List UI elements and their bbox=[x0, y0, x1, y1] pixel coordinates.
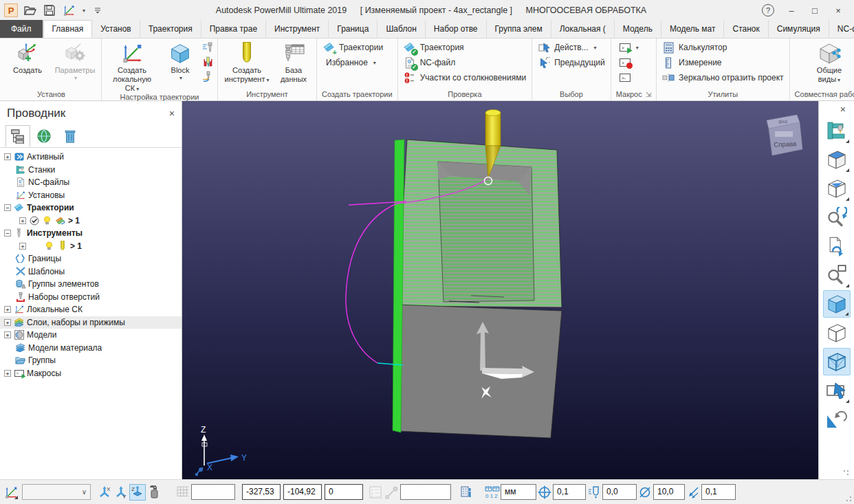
shared-views-button[interactable]: Общие виды▾ bbox=[807, 40, 852, 84]
expand-icon[interactable]: + bbox=[19, 243, 26, 250]
toolbar-resize-grip[interactable] bbox=[843, 470, 850, 476]
collapse-icon[interactable]: − bbox=[4, 204, 11, 211]
coord-y-field[interactable]: -104,92 bbox=[283, 484, 322, 500]
tab-simulation[interactable]: Симуляция bbox=[769, 20, 829, 38]
setup-params-button[interactable]: Параметры ▾ bbox=[52, 40, 98, 81]
thickness-field[interactable]: 0,0 bbox=[602, 484, 637, 500]
leads-links-icon[interactable] bbox=[201, 70, 214, 83]
tree-item-toolpaths[interactable]: − Траектории bbox=[0, 201, 182, 215]
undo-view-button[interactable] bbox=[823, 406, 851, 433]
customize-toolbar-icon[interactable] bbox=[91, 3, 105, 17]
tree-item-hole-sets[interactable]: Наборы отверстий bbox=[0, 291, 182, 304]
tree-item-models[interactable]: + Модели bbox=[0, 329, 182, 342]
tree-item-toolpath-1[interactable]: + > 1 bbox=[0, 215, 182, 228]
select-actions-button[interactable]: Действ... ▾ bbox=[536, 40, 598, 55]
mirror-project-button[interactable]: Зеркально отразить проект bbox=[660, 70, 785, 85]
tree-item-patterns[interactable]: Шаблоны bbox=[0, 265, 182, 278]
shaded-wireframe-view-button[interactable] bbox=[823, 348, 851, 375]
wireframe-view-button[interactable] bbox=[823, 319, 851, 347]
tab-workplane[interactable]: Локальная ( bbox=[551, 20, 615, 38]
measure-button[interactable]: Измерение bbox=[660, 55, 723, 70]
viewcube[interactable]: Справа Вид bbox=[767, 115, 802, 155]
tree-item-macros[interactable]: + > Макросы bbox=[0, 367, 182, 380]
expand-icon[interactable]: + bbox=[19, 217, 26, 224]
toolpaths-strategies-button[interactable]: + Траектории bbox=[320, 40, 385, 55]
tab-model[interactable]: Модель bbox=[615, 20, 661, 38]
tab-toolpath[interactable]: Траектория bbox=[140, 20, 201, 38]
tree-item-stock-models[interactable]: Модели материала bbox=[0, 342, 182, 355]
machine-view-button[interactable] bbox=[823, 117, 851, 144]
selection-mode-button[interactable] bbox=[823, 377, 851, 404]
angle-field[interactable]: 0,1 bbox=[701, 484, 736, 500]
favorites-button[interactable]: Избранное ▾ bbox=[320, 55, 378, 70]
grid-icon[interactable] bbox=[175, 484, 191, 501]
macro-record-button[interactable]: > bbox=[617, 55, 633, 70]
axis-z-lock-icon[interactable]: Z bbox=[129, 484, 146, 501]
minimize-button[interactable]: – bbox=[781, 3, 802, 18]
feeds-speeds-icon[interactable] bbox=[201, 41, 214, 54]
tab-ncfile[interactable]: NC-файл bbox=[829, 20, 854, 38]
iso-view-button[interactable] bbox=[823, 146, 851, 173]
refresh-view-button[interactable] bbox=[823, 232, 851, 260]
view-toolbar-close-icon[interactable]: × bbox=[840, 101, 854, 116]
expand-icon[interactable]: + bbox=[4, 370, 11, 377]
setup-create-button[interactable]: Создать bbox=[5, 40, 50, 75]
workplane-caret-icon[interactable]: ▾ bbox=[83, 8, 85, 14]
macro-run-button[interactable]: > ▾ bbox=[617, 40, 641, 55]
coord-x-field[interactable]: -327,53 bbox=[242, 484, 281, 500]
tool-holder-icon[interactable] bbox=[201, 56, 214, 68]
workplane-create-button[interactable]: Создать локальную СК▾ bbox=[105, 40, 159, 93]
maximize-button[interactable]: □ bbox=[804, 3, 825, 18]
tab-stock-model[interactable]: Модель мат bbox=[661, 20, 725, 38]
tool-create-button[interactable]: Создать инструмент▾ bbox=[221, 40, 272, 84]
tab-tool[interactable]: Инструмент bbox=[266, 20, 329, 38]
macro-console-button[interactable]: >- bbox=[617, 70, 633, 85]
tree-item-setups[interactable]: Установы bbox=[0, 189, 182, 202]
tab-feature-group[interactable]: Группа элем bbox=[487, 20, 551, 38]
explorer-web-tab[interactable] bbox=[32, 125, 56, 147]
tree-item-feature-groups[interactable]: Группы элементов bbox=[0, 278, 182, 291]
shaded-view-button[interactable] bbox=[823, 290, 851, 318]
tab-home[interactable]: Главная bbox=[43, 20, 93, 38]
tab-machine[interactable]: Станок bbox=[724, 20, 768, 38]
tree-item-tool-1[interactable]: + > 1 bbox=[0, 240, 182, 253]
diameter-field[interactable]: 10,0 bbox=[653, 484, 685, 500]
explorer-close-icon[interactable]: × bbox=[169, 108, 175, 119]
explorer-trash-tab[interactable] bbox=[58, 125, 83, 147]
point-field[interactable] bbox=[400, 484, 451, 500]
zoom-fit-button[interactable] bbox=[823, 204, 851, 231]
collision-segments-button[interactable]: ! ! Участки со столкновениями bbox=[402, 70, 529, 85]
select-previous-button[interactable]: Предыдущий bbox=[536, 55, 607, 70]
window-resize-grip[interactable] bbox=[845, 495, 852, 502]
macro-dialog-launcher-icon[interactable]: ⇲ bbox=[646, 91, 651, 98]
tree-item-workplanes[interactable]: + Локальные СК bbox=[0, 303, 182, 316]
tree-item-boundaries[interactable]: Границы bbox=[0, 252, 182, 265]
collapse-icon[interactable]: − bbox=[4, 230, 11, 237]
tree-item-tools[interactable]: − Инструменты bbox=[0, 227, 182, 240]
tree-item-groups[interactable]: Группы bbox=[0, 354, 182, 367]
verify-toolpath-button[interactable]: ✓ Траектория bbox=[402, 40, 466, 55]
expand-icon[interactable]: + bbox=[4, 306, 11, 313]
tolerance-field[interactable]: 0,1 bbox=[553, 484, 586, 500]
open-project-icon[interactable] bbox=[23, 3, 37, 17]
tab-hole-set[interactable]: Набор отве bbox=[426, 20, 487, 38]
tab-file[interactable]: Файл bbox=[0, 20, 43, 38]
expand-icon[interactable]: + bbox=[4, 331, 11, 338]
axis-x-lock-icon[interactable]: X bbox=[96, 484, 113, 501]
tab-pattern[interactable]: Шаблон bbox=[377, 20, 425, 38]
top-view-button[interactable] bbox=[823, 175, 851, 202]
expand-icon[interactable]: + bbox=[4, 319, 11, 326]
tree-item-active[interactable]: + Активный bbox=[0, 151, 182, 164]
calculator-button[interactable]: Калькулятор bbox=[660, 40, 729, 55]
zoom-window-button[interactable] bbox=[823, 261, 851, 289]
viewport-3d[interactable]: Справа Вид Z Y X bbox=[182, 101, 818, 479]
block-button[interactable]: Block ▾ bbox=[161, 40, 199, 81]
verify-ncfile-button[interactable]: G ✓ NC-файл bbox=[402, 55, 458, 70]
workplane-dropdown[interactable]: ∨ bbox=[22, 484, 91, 500]
help-button[interactable]: ? bbox=[758, 3, 778, 18]
explorer-tree-tab[interactable] bbox=[6, 125, 30, 147]
tool-database-button[interactable]: База данных bbox=[274, 40, 313, 84]
axis-y-lock-icon[interactable]: Y bbox=[113, 484, 129, 501]
expand-icon[interactable]: + bbox=[4, 153, 11, 160]
tree-item-ncfiles[interactable]: G NC-файлы bbox=[0, 176, 182, 189]
